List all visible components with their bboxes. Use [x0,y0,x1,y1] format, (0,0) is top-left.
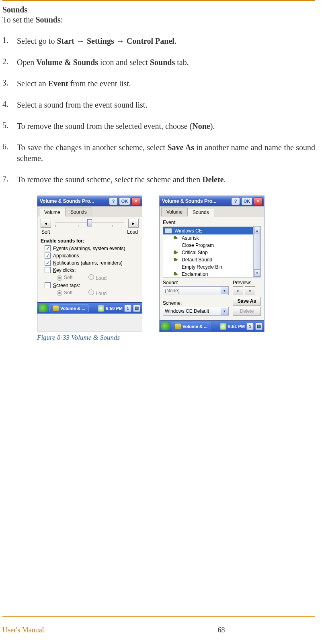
radio-icon[interactable] [88,274,94,280]
bold-text: Settings [87,37,114,45]
step-number: 5. [2,121,17,132]
speaker-icon [174,236,179,240]
scheme-combo[interactable]: Windows CE Default ▼ [163,307,229,316]
volume-down-button[interactable]: ◄ [41,219,51,228]
step-number: 2. [2,57,17,68]
radio-loud[interactable]: Loud [88,289,107,296]
panel-sounds: Event: Windows CEAsteriskClose ProgramCr… [160,216,264,320]
event-label: Empty Recycle Bin [182,264,222,270]
checkbox-label: Events (warnings, system events) [53,246,125,251]
bold-text: Sounds [150,58,175,67]
radio-soft[interactable]: Soft [57,290,72,296]
scrollbar[interactable]: ▲ ▼ [253,226,260,277]
event-item[interactable]: Empty Recycle Bin [163,263,253,271]
checkbox-icon[interactable]: ✓ [45,260,51,266]
bold-text: Save As [167,143,194,152]
titlebar: Volume & Sounds Pro... ? OK × [37,196,142,206]
start-button[interactable] [39,304,48,312]
tray-indicator[interactable]: 1 [246,323,254,330]
radio-soft[interactable]: Soft [57,275,72,281]
sound-combo[interactable]: (None) ▼ [163,286,229,295]
tab-volume[interactable]: Volume [39,208,66,216]
close-button[interactable]: × [131,197,140,205]
figure-row: Volume & Sounds Pro... ? OK × Volume Sou… [37,196,315,332]
checkbox-icon[interactable]: ✓ [45,245,51,251]
event-item[interactable]: Default Sound [163,256,253,263]
chevron-down-icon[interactable]: ▼ [221,287,228,294]
bottom-rule [2,616,315,617]
preview-stop-button[interactable]: ■ [245,286,255,295]
tab-sounds[interactable]: Sounds [187,208,214,216]
scroll-down-icon[interactable]: ▼ [254,269,260,277]
step-number: 7. [2,174,17,185]
ok-button[interactable]: OK [119,197,130,205]
taskbar-app[interactable]: Volume & ... [172,322,211,330]
text: tab. [175,58,189,67]
scroll-up-icon[interactable]: ▲ [254,227,260,234]
slider-ticks [55,225,124,227]
figure-caption: Figure 8-33 Volume & Sounds [37,334,315,342]
volume-slider[interactable] [55,222,124,224]
tray-indicator[interactable]: 1 [124,305,131,312]
checkbox-screen[interactable]: Screen taps: [45,282,139,288]
text: To remove the sound scheme, select the s… [17,175,202,184]
step-text: To remove the sound from the selected ev… [17,121,315,132]
intro-post: : [61,15,63,24]
bold-text: None [192,122,210,130]
help-button[interactable]: ? [109,197,118,205]
checkbox-icon[interactable] [45,282,51,288]
volume-up-button[interactable]: ► [128,219,139,228]
tray-icon[interactable] [220,323,226,330]
radio-icon[interactable] [57,290,62,296]
help-button[interactable]: ? [231,197,240,205]
app-label: Volume & ... [60,306,85,311]
event-label: Default Sound [182,257,212,263]
event-listbox[interactable]: Windows CEAsteriskClose ProgramCritical … [163,226,261,277]
text: Select go to [17,37,57,45]
tab-strip: Volume Sounds [160,206,264,216]
event-item[interactable]: Close Program [163,242,253,249]
checkbox-label: Applications [53,253,79,259]
step-text: Select an Event from the event list. [17,78,315,89]
radio-group-keys: SoftLoud [57,274,139,281]
save-as-button[interactable]: Save As [233,297,261,306]
slider-labels: Soft Loud [41,229,138,235]
close-button[interactable]: × [254,197,262,205]
step-text: Open Volume & Sounds icon and select Sou… [17,57,315,68]
chevron-down-icon[interactable]: ▼ [221,308,228,315]
footer-page-number: 68 [127,626,315,634]
checkbox-notif[interactable]: ✓Notifications (alarms, reminders) [45,260,139,266]
event-item[interactable]: Exclamation [163,271,253,278]
radio-loud[interactable]: Loud [88,274,107,281]
step-item: 3.Select an Event from the event list. [2,78,315,89]
taskbar: Volume & ... 6:50 PM 1 ▤ [37,302,142,314]
delete-button[interactable]: Delete [233,307,261,316]
event-item[interactable]: Asterisk [163,234,253,242]
tray-desktop-icon[interactable]: ▤ [255,323,262,330]
event-item[interactable]: Critical Stop [163,249,253,256]
checkbox-icon[interactable] [45,267,51,273]
ok-button[interactable]: OK [241,197,252,205]
step-number: 1. [2,36,17,47]
event-item[interactable]: Windows CE [163,227,253,234]
taskbar-app[interactable]: Volume & ... [49,304,89,312]
tray-icon[interactable] [98,305,104,312]
checkbox-keys[interactable]: Key clicks: [45,267,139,273]
checkbox-apps[interactable]: ✓Applications [45,253,139,259]
tab-volume[interactable]: Volume [161,208,188,216]
tray-clock: 6:51 PM [228,324,245,329]
page-footer: User's Manual 68 [2,626,315,634]
preview-play-button[interactable]: ▶ [233,286,243,295]
radio-icon[interactable] [57,275,62,281]
step-item: 6.To save the changes in another scheme,… [2,142,315,164]
checkbox-events[interactable]: ✓Events (warnings, system events) [45,245,139,251]
checkbox-icon[interactable]: ✓ [45,253,51,259]
steps-list: 1.Select go to Start → Settings → Contro… [2,36,315,185]
tab-sounds[interactable]: Sounds [65,208,92,216]
text: ). [210,122,215,130]
radio-icon[interactable] [88,289,94,295]
tray-desktop-icon[interactable]: ▤ [133,305,140,312]
start-button[interactable] [161,322,170,330]
step-number: 3. [2,78,17,89]
event-label: Exclamation [182,271,208,277]
